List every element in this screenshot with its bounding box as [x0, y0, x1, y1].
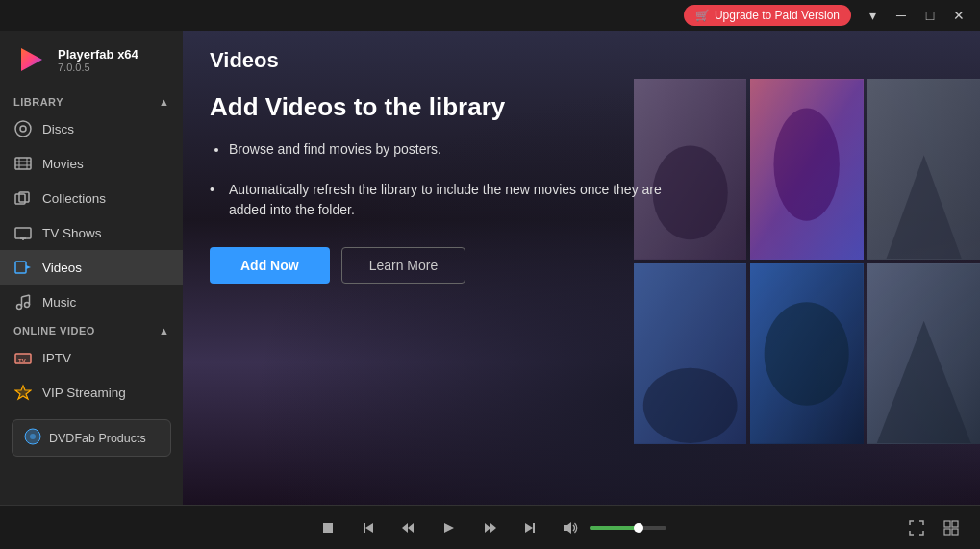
svg-rect-37 [323, 523, 333, 533]
svg-rect-3 [15, 158, 31, 169]
disc-icon [13, 119, 33, 138]
app-info: Playerfab x64 7.0.0.5 [58, 47, 138, 73]
playback-bar [0, 505, 980, 549]
sidebar-item-movies[interactable]: Movies [0, 146, 183, 181]
tv-icon [13, 223, 33, 242]
svg-rect-51 [952, 529, 958, 535]
svg-point-34 [765, 302, 849, 406]
play-button[interactable] [436, 514, 463, 541]
add-now-button[interactable]: Add Now [210, 247, 330, 284]
movies-label: Movies [42, 157, 84, 171]
content-header: Videos [183, 31, 980, 83]
sidebar-item-tv-shows[interactable]: TV Shows [0, 215, 183, 250]
svg-point-28 [774, 108, 840, 220]
action-buttons: Add Now Learn More [210, 247, 694, 284]
titlebar: 🛒 Upgrade to Paid Version ▾ ─ □ ✕ [0, 0, 980, 31]
sidebar-item-iptv[interactable]: TV IPTV [0, 340, 183, 375]
poster-cell-5 [750, 263, 863, 444]
fullscreen-button[interactable] [903, 514, 930, 541]
poster-cell-3 [867, 79, 980, 260]
svg-point-32 [643, 368, 738, 443]
fast-forward-button[interactable] [476, 514, 503, 541]
music-label: Music [42, 295, 76, 310]
videos-label: Videos [42, 261, 82, 275]
svg-marker-43 [485, 523, 490, 533]
app-logo-icon [13, 42, 48, 77]
close-button[interactable]: ✕ [945, 2, 972, 29]
movie-icon [13, 154, 33, 173]
svg-marker-14 [26, 265, 31, 269]
bullet-list: Browse and find movies by posters. [210, 141, 694, 157]
svg-point-24 [30, 434, 36, 439]
volume-bar[interactable] [590, 526, 666, 530]
svg-marker-45 [525, 523, 533, 533]
volume-fill [590, 526, 636, 530]
svg-text:TV: TV [18, 358, 26, 363]
svg-rect-10 [15, 228, 31, 238]
playback-right-controls [903, 514, 965, 541]
sidebar: Playerfab x64 7.0.0.5 LIBRARY ▲ Discs [0, 31, 183, 505]
volume-control [557, 514, 666, 541]
online-section-label: ONLINE VIDEO [13, 325, 95, 337]
iptv-label: IPTV [42, 351, 71, 365]
content-body: Add Videos to the library Browse and fin… [183, 83, 721, 293]
main-area: Playerfab x64 7.0.0.5 LIBRARY ▲ Discs [0, 31, 980, 505]
poster-cell-6 [867, 263, 980, 444]
volume-button[interactable] [557, 514, 584, 541]
svg-marker-22 [15, 386, 31, 399]
svg-marker-0 [21, 48, 42, 71]
svg-point-2 [20, 126, 26, 132]
layout-button[interactable] [938, 514, 965, 541]
cart-icon: 🛒 [695, 9, 710, 22]
music-icon [13, 292, 33, 312]
svg-marker-47 [564, 522, 571, 534]
dropdown-button[interactable]: ▾ [859, 2, 886, 29]
bullet-item-2: Automatically refresh the library to inc… [210, 180, 694, 220]
tv-shows-label: TV Shows [42, 226, 102, 240]
svg-marker-41 [402, 523, 408, 533]
sidebar-item-collections[interactable]: Collections [0, 181, 183, 215]
bullet-item-1: Browse and find movies by posters. [229, 141, 694, 157]
iptv-icon: TV [13, 348, 33, 367]
discs-label: Discs [42, 122, 74, 137]
online-chevron-icon: ▲ [159, 325, 169, 337]
vip-streaming-label: VIP Streaming [42, 386, 126, 400]
collections-label: Collections [42, 191, 106, 206]
svg-rect-46 [533, 523, 535, 533]
dvdfab-label: DVDFab Products [49, 432, 146, 445]
stop-button[interactable] [314, 514, 341, 541]
library-chevron-icon: ▲ [159, 96, 169, 108]
rewind-button[interactable] [395, 514, 422, 541]
dvdfab-products-button[interactable]: DVDFab Products [12, 419, 171, 457]
learn-more-button[interactable]: Learn More [341, 247, 466, 284]
minimize-button[interactable]: ─ [888, 2, 915, 29]
app-name: Playerfab x64 [58, 47, 138, 62]
sidebar-item-discs[interactable]: Discs [0, 112, 183, 146]
svg-rect-13 [15, 262, 26, 273]
library-section-header[interactable]: LIBRARY ▲ [0, 88, 183, 112]
page-title: Videos [210, 48, 953, 73]
svg-point-1 [15, 121, 31, 137]
app-version: 7.0.0.5 [58, 62, 138, 73]
svg-marker-42 [444, 523, 454, 533]
window-controls: ▾ ─ □ ✕ [859, 2, 972, 29]
prev-track-button[interactable] [355, 514, 382, 541]
sidebar-item-videos[interactable]: Videos [0, 250, 183, 285]
volume-handle[interactable] [634, 523, 643, 533]
sidebar-item-vip-streaming[interactable]: VIP Streaming [0, 375, 183, 410]
svg-line-19 [22, 295, 30, 297]
svg-rect-39 [364, 523, 365, 533]
next-track-button[interactable] [516, 514, 543, 541]
dvdfab-icon [24, 428, 41, 448]
sidebar-item-music[interactable]: Music [0, 285, 183, 319]
maximize-button[interactable]: □ [917, 2, 943, 29]
svg-rect-49 [952, 521, 958, 527]
online-section-header[interactable]: ONLINE VIDEO ▲ [0, 319, 183, 340]
poster-cell-2 [750, 79, 863, 260]
video-icon [13, 258, 33, 277]
collections-icon [13, 188, 33, 208]
vip-icon [13, 383, 33, 402]
upgrade-button[interactable]: 🛒 Upgrade to Paid Version [684, 5, 851, 26]
svg-rect-50 [944, 529, 950, 535]
main-heading: Add Videos to the library [210, 92, 694, 122]
